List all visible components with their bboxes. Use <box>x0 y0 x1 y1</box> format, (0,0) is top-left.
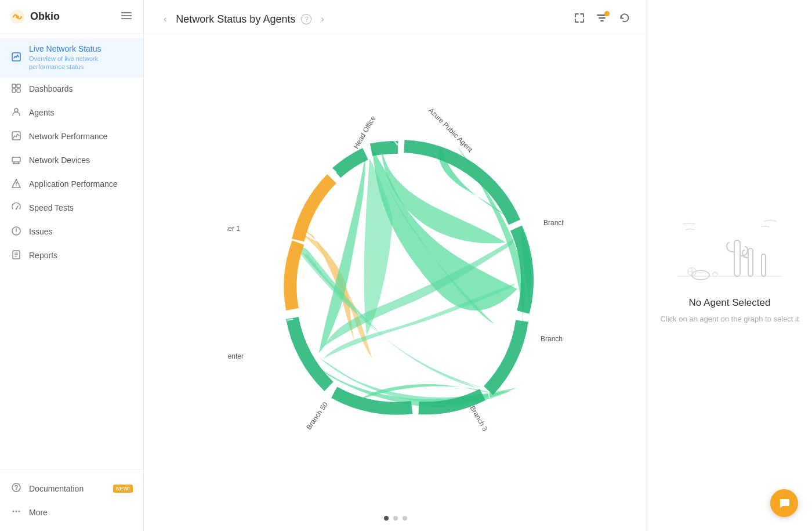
sidebar-item-reports[interactable]: Reports <box>0 244 143 268</box>
dot-2[interactable] <box>393 516 398 521</box>
sidebar-item-label-speed-tests: Speed Tests <box>29 203 74 212</box>
sidebar-item-application-performance[interactable]: Application Performance <box>0 172 143 196</box>
svg-point-29 <box>16 489 17 490</box>
live-network-content: Live Network Status Overview of live net… <box>29 44 133 71</box>
dot-3[interactable] <box>403 516 407 521</box>
node-label-enduser: End User 1 <box>227 225 240 233</box>
chord-diagram[interactable]: Head Office Azure Public Agent Branch 1 … <box>227 103 564 440</box>
sidebar-bottom: Documentation NEW! More <box>0 469 143 531</box>
svg-point-32 <box>19 511 20 512</box>
svg-rect-9 <box>17 89 20 92</box>
node-label-branch2: Branch 2 <box>541 335 564 343</box>
pagination-dots <box>144 509 647 531</box>
sidebar-item-label-network-performance: Network Performance <box>29 132 107 141</box>
sidebar-item-more[interactable]: More <box>0 500 143 524</box>
sidebar: Obkio Live Network Status Overview of li… <box>0 0 144 531</box>
sidebar-item-speed-tests[interactable]: Speed Tests <box>0 196 143 220</box>
chord-container[interactable]: Head Office Azure Public Agent Branch 1 … <box>144 34 647 509</box>
sidebar-item-network-devices[interactable]: Network Devices <box>0 149 143 172</box>
sidebar-item-label-more: More <box>29 508 48 517</box>
reports-icon <box>10 250 22 262</box>
sidebar-item-agents[interactable]: Agents <box>0 101 143 125</box>
svg-point-18 <box>16 185 17 186</box>
content-area: ‹ Network Status by Agents ? › <box>144 0 812 531</box>
application-performance-icon <box>10 178 22 190</box>
svg-rect-12 <box>12 157 20 162</box>
svg-point-31 <box>16 511 17 512</box>
documentation-icon <box>10 482 22 494</box>
chat-button[interactable] <box>770 489 798 517</box>
svg-point-10 <box>14 109 18 112</box>
logo-icon <box>9 9 26 25</box>
svg-point-20 <box>16 208 17 209</box>
svg-rect-6 <box>12 84 16 88</box>
sidebar-item-live-network[interactable]: Live Network Status Overview of live net… <box>0 38 143 77</box>
sidebar-item-label-app-performance: Application Performance <box>29 179 118 189</box>
node-label-branch50: Branch 50 <box>304 400 329 431</box>
speed-tests-icon <box>10 202 22 214</box>
svg-rect-8 <box>12 89 16 92</box>
nav-section: Live Network Status Overview of live net… <box>0 34 143 469</box>
node-label-datacenter: Data Center <box>227 352 244 360</box>
sidebar-item-label-documentation: Documentation <box>29 484 84 493</box>
no-agent-title: No Agent Selected <box>689 297 771 309</box>
sidebar-item-subtitle-live-network: Overview of live network performance sta… <box>29 55 133 71</box>
svg-rect-49 <box>762 254 766 276</box>
sidebar-item-label-agents: Agents <box>29 108 55 117</box>
sidebar-item-dashboards[interactable]: Dashboards <box>0 77 143 101</box>
no-agent-subtitle: Click on an agent on the graph to select… <box>660 313 799 325</box>
desert-illustration <box>672 207 788 288</box>
network-performance-icon <box>10 131 22 143</box>
next-button[interactable]: › <box>317 12 327 27</box>
network-devices-icon <box>10 154 22 167</box>
svg-rect-7 <box>17 84 20 88</box>
svg-point-23 <box>16 232 17 233</box>
logo-area: Obkio <box>9 9 60 25</box>
svg-point-28 <box>12 483 20 492</box>
svg-line-39 <box>523 313 529 315</box>
svg-line-37 <box>398 140 404 146</box>
sidebar-item-label-network-devices: Network Devices <box>29 156 90 165</box>
expand-button[interactable] <box>574 12 585 27</box>
filter-badge <box>604 11 610 16</box>
node-label-branch1: Branch 1 <box>543 219 564 227</box>
chart-title-area: ‹ Network Status by Agents ? › <box>160 12 328 27</box>
sidebar-item-label-reports: Reports <box>29 251 57 260</box>
dot-1[interactable] <box>384 516 389 521</box>
sidebar-item-issues[interactable]: Issues <box>0 220 143 244</box>
issues-icon <box>10 226 22 238</box>
chart-panel: ‹ Network Status by Agents ? › <box>144 0 647 531</box>
agents-icon <box>10 107 22 119</box>
sidebar-item-label-live-network: Live Network Status <box>29 44 133 53</box>
sidebar-item-network-performance[interactable]: Network Performance <box>0 125 143 149</box>
refresh-button[interactable] <box>619 12 630 27</box>
svg-rect-47 <box>734 240 740 276</box>
hamburger-button[interactable] <box>119 8 134 25</box>
help-icon[interactable]: ? <box>301 14 311 24</box>
chart-title: Network Status by Agents <box>176 13 295 26</box>
prev-button[interactable]: ‹ <box>160 12 170 27</box>
svg-point-1 <box>16 15 19 18</box>
svg-line-41 <box>416 408 418 414</box>
live-network-icon <box>10 52 22 64</box>
main-content: ‹ Network Status by Agents ? › <box>144 0 812 531</box>
chart-header: ‹ Network Status by Agents ? › <box>144 0 647 34</box>
app-name: Obkio <box>30 10 60 23</box>
chart-actions <box>574 12 630 27</box>
dashboards-icon <box>10 83 22 95</box>
sidebar-item-documentation[interactable]: Documentation NEW! <box>0 476 143 500</box>
svg-point-30 <box>13 511 14 512</box>
sidebar-header: Obkio <box>0 0 143 34</box>
svg-rect-48 <box>748 248 753 276</box>
filter-button[interactable] <box>596 12 608 27</box>
right-panel: No Agent Selected Click on an agent on t… <box>647 0 812 531</box>
sidebar-item-label-issues: Issues <box>29 227 52 236</box>
new-badge: NEW! <box>113 485 133 493</box>
node-label-branch3: Branch 3 <box>468 404 489 433</box>
more-icon <box>10 506 22 518</box>
sidebar-item-label-dashboards: Dashboards <box>29 84 73 93</box>
